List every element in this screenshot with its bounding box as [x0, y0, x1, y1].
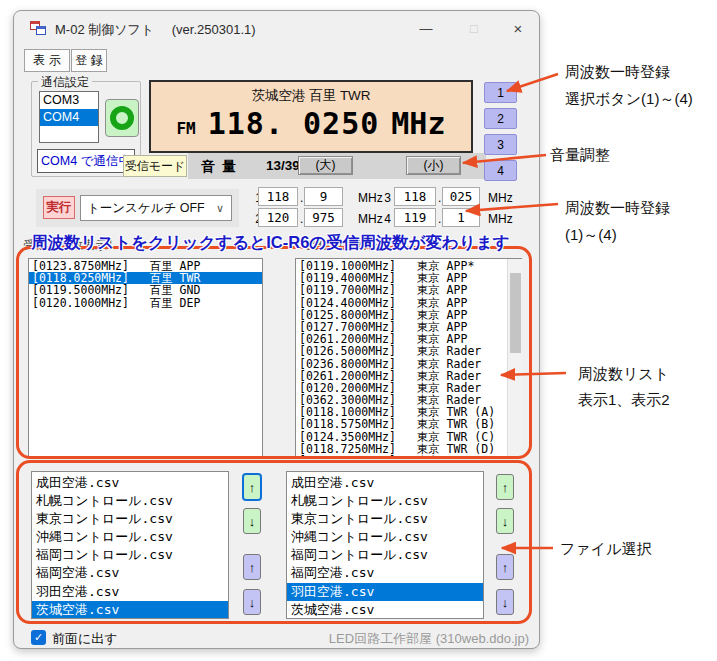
frequency-unit: MHz — [391, 106, 445, 141]
file-list-item[interactable]: 沖縄コントロール.csv — [32, 528, 228, 546]
exec-button[interactable]: 実行 — [43, 196, 75, 219]
preset-4-label: 4 — [379, 212, 391, 226]
file2-move-down-button[interactable]: ↓ — [496, 508, 514, 534]
file-list-2[interactable]: 成田空港.csv札幌コントロール.csv東京コントロール.csv沖縄コントロール… — [286, 471, 484, 619]
file-list-item[interactable]: 福岡空港.csv — [32, 564, 228, 582]
maximize-button: □ — [460, 18, 488, 40]
file-list-item[interactable]: 福岡コントロール.csv — [287, 546, 483, 564]
file-list-item[interactable]: 羽田空港.csv — [32, 583, 228, 601]
freq-list-item[interactable]: [0124.4000MHz] 東京 APP — [296, 297, 521, 309]
annotation-file-select: ファイル選択 — [560, 540, 651, 559]
annotation-temp-reg-select-line2: 選択ボタン(1)～(4) — [565, 90, 693, 109]
file1-move-up-button[interactable]: ↑ — [243, 474, 261, 500]
menu-display[interactable]: 表 示 — [24, 49, 70, 72]
preset-3-int-field[interactable] — [394, 187, 436, 206]
preset-4-frac-field[interactable] — [442, 208, 480, 227]
preset-select-button-3[interactable]: 3 — [484, 134, 517, 155]
file1-up-button[interactable]: ↑ — [243, 554, 261, 580]
com-port-item[interactable]: COM3 — [40, 92, 98, 109]
station-name: 茨城空港 百里 TWR — [151, 87, 471, 105]
file-list-item[interactable]: 茨城空港.csv — [32, 601, 228, 619]
file-list-item[interactable]: 沖縄コントロール.csv — [287, 528, 483, 546]
preset-2-int-field[interactable] — [258, 208, 298, 227]
app-window: M-02 制御ソフト (ver.250301.1) — □ × 表 示 登 録 … — [13, 10, 540, 649]
preset-select-button-1[interactable]: 1 — [484, 82, 517, 103]
freq-list-item[interactable]: [0119.7000MHz] 東京 APP — [296, 284, 521, 296]
window-version: (ver.250301.1) — [172, 22, 256, 37]
file-list-item[interactable]: 東京コントロール.csv — [287, 510, 483, 528]
file2-up-button[interactable]: ↑ — [496, 554, 514, 580]
freq-list-item[interactable]: [0119.5000MHz] 百里 GND — [29, 284, 262, 296]
front-checkbox[interactable]: ✓ — [31, 630, 46, 645]
chevron-down-icon: ∨ — [216, 196, 224, 220]
preset-4-unit: MHz — [488, 212, 513, 226]
com-port-item[interactable]: COM4 — [40, 109, 98, 126]
connect-button[interactable] — [105, 99, 139, 137]
freq-list-2[interactable]: [0119.1000MHz] 東京 APP*[0119.4000MHz] 東京 … — [295, 258, 522, 458]
file-list-item[interactable]: 札幌コントロール.csv — [32, 492, 228, 510]
file1-down-button[interactable]: ↓ — [243, 589, 261, 615]
freq-list-item[interactable]: [0118.5750MHz] 東京 TWR (B) — [296, 418, 521, 430]
mode-label: FM — [176, 119, 195, 138]
volume-down-button[interactable]: (小) — [406, 156, 461, 175]
file-list-item[interactable]: 東京コントロール.csv — [32, 510, 228, 528]
file2-move-up-button[interactable]: ↑ — [496, 474, 514, 500]
file-list-item[interactable]: 福岡空港.csv — [287, 564, 483, 582]
connected-indicator-icon — [110, 106, 134, 130]
comm-settings-label: 通信設定 — [38, 74, 92, 91]
close-button[interactable]: × — [504, 18, 532, 40]
file1-move-down-button[interactable]: ↓ — [243, 508, 261, 534]
window-title-text: M-02 制御ソフト — [55, 22, 154, 37]
preset-select-button-2[interactable]: 2 — [484, 108, 517, 129]
menu-register[interactable]: 登 録 — [71, 49, 107, 72]
file-list-item[interactable]: 成田空港.csv — [32, 474, 228, 492]
frequency-value: 118. 0250 — [208, 106, 380, 141]
freq-list2-scrollbar[interactable] — [507, 259, 522, 457]
freq-list-item[interactable]: [0126.5000MHz] 東京 Rader — [296, 345, 521, 357]
annotation-temp-reg-select-line1: 周波数一時登録 — [565, 63, 670, 82]
app-icon — [30, 21, 47, 36]
annotation-freq-list-line1: 周波数リスト — [578, 365, 669, 384]
file-list-item[interactable]: 羽田空港.csv — [287, 583, 483, 601]
freq-list-item[interactable]: [0124.3500MHz] 東京 TWR (C) — [296, 431, 521, 443]
frequency-readout: FM 118. 0250 MHz — [151, 106, 471, 141]
preset-1-int-field[interactable] — [258, 187, 298, 206]
preset-3-frac-field[interactable] — [442, 187, 480, 206]
rx-mode-button[interactable]: 受信モード — [123, 155, 187, 177]
file-list-1[interactable]: 成田空港.csv札幌コントロール.csv東京コントロール.csv沖縄コントロール… — [31, 471, 229, 619]
annotation-freq-list-line2: 表示1、表示2 — [578, 391, 670, 410]
annotation-volume: 音量調整 — [550, 146, 610, 165]
preset-4-dot: . — [438, 212, 441, 226]
preset-select-button-4[interactable]: 4 — [484, 160, 517, 181]
file-list-item[interactable]: 福岡コントロール.csv — [32, 546, 228, 564]
preset-2-dot: . — [300, 212, 303, 226]
com-port-listbox[interactable]: COM3COM4 — [39, 91, 99, 143]
freq-list-1[interactable]: [0123.8750MHz] 百里 APP[0118.0250MHz] 百里 T… — [28, 258, 263, 458]
credit-text: LED回路工作部屋 (310web.ddo.jp) — [329, 630, 529, 648]
preset-4-int-field[interactable] — [394, 208, 436, 227]
minimize-button[interactable]: — — [412, 18, 440, 40]
scrollbar-thumb[interactable] — [510, 273, 521, 353]
squelch-value: トーンスケルチ OFF — [87, 201, 205, 215]
freq-list-item[interactable]: [0236.8000MHz] 東京 Rader — [296, 358, 521, 370]
comm-status-button[interactable]: COM4 で通信中 — [37, 149, 135, 173]
preset-2-frac-field[interactable] — [304, 208, 343, 227]
volume-up-button[interactable]: (大) — [298, 156, 353, 175]
preset-1-frac-field[interactable] — [304, 187, 343, 206]
page: M-02 制御ソフト (ver.250301.1) — □ × 表 示 登 録 … — [0, 0, 717, 661]
file-list-item[interactable]: 札幌コントロール.csv — [287, 492, 483, 510]
squelch-dropdown[interactable]: トーンスケルチ OFF ∨ — [80, 195, 232, 221]
front-checkbox-label: 前面に出す — [52, 630, 118, 648]
frequency-display-panel: 茨城空港 百里 TWR FM 118. 0250 MHz — [149, 80, 473, 153]
file-list-item[interactable]: 茨城空港.csv — [287, 601, 483, 619]
annotation-temp-reg-line1: 周波数一時登録 — [565, 199, 670, 218]
preset-1-dot: . — [300, 191, 303, 205]
preset-3-dot: . — [438, 191, 441, 205]
file-list-item[interactable]: 成田空港.csv — [287, 474, 483, 492]
window-title: M-02 制御ソフト (ver.250301.1) — [55, 21, 256, 39]
preset-3-unit: MHz — [488, 191, 513, 205]
file2-down-button[interactable]: ↓ — [496, 589, 514, 615]
freq-list-item[interactable]: [0120.1000MHz] 百里 DEP — [29, 297, 262, 309]
annotation-temp-reg-line2: (1)～(4) — [565, 226, 617, 245]
titlebar: M-02 制御ソフト (ver.250301.1) — □ × — [14, 11, 539, 47]
